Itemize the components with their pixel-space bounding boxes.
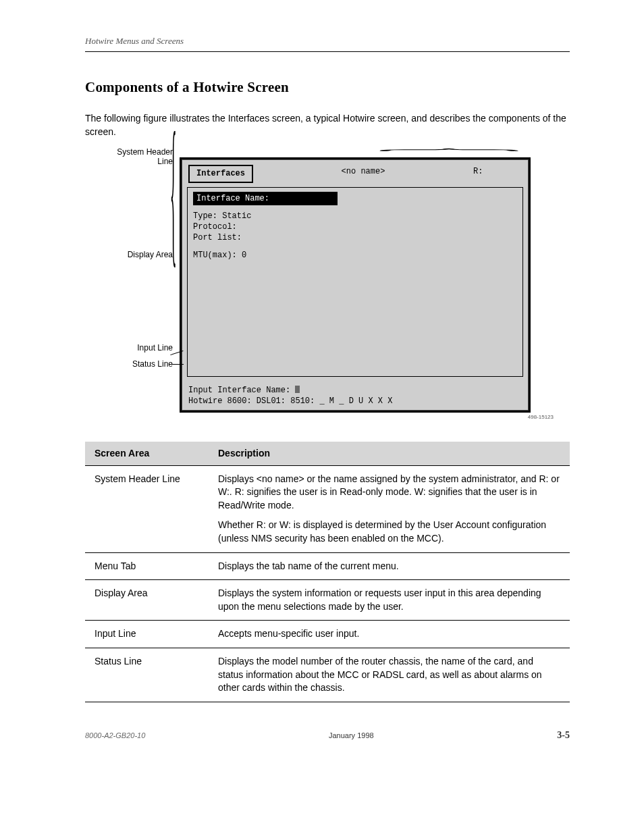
col-screen-area: Screen Area	[85, 442, 209, 465]
table-row: Display AreaDisplays the system informat…	[85, 580, 570, 621]
brace-icon: ⏞	[0, 153, 644, 156]
cell-desc: Displays <no name> or the name assigned …	[209, 465, 570, 552]
brace-icon: {	[170, 107, 177, 273]
callout-display-area: Display Area	[108, 251, 173, 260]
mtu-line: MTU(max): 0	[193, 250, 517, 261]
cell-desc: Displays the tab name of the current men…	[209, 552, 570, 580]
desc-paragraph: Whether R: or W: is displayed is determi…	[218, 519, 560, 545]
desc-paragraph: Displays the tab name of the current men…	[218, 560, 560, 573]
cell-key: Display Area	[85, 580, 209, 621]
cell-key: Status Line	[85, 648, 209, 702]
portlist-line: Port list:	[193, 232, 517, 243]
interface-name-field: Interface Name:	[193, 192, 338, 205]
status-line: Hotwire 8600: DSL01: 8510: _ M _ D U X X…	[188, 396, 522, 407]
terminal-window: Interfaces <no name> R: Interface Name: …	[180, 157, 531, 413]
terminal-mode: R:	[473, 163, 522, 177]
figure-asset-id: 498-15123	[180, 414, 554, 421]
leader-line	[170, 364, 184, 365]
cell-key: System Header Line	[85, 465, 209, 552]
table-row: System Header LineDisplays <no name> or …	[85, 465, 570, 552]
col-description: Description	[209, 442, 570, 465]
screen-areas-table: Screen Area Description System Header Li…	[85, 442, 570, 702]
terminal-header: Interfaces <no name> R:	[182, 159, 529, 184]
page-number: 3-5	[557, 729, 570, 742]
cell-desc: Accepts menu-specific user input.	[209, 621, 570, 648]
desc-paragraph: Accepts menu-specific user input.	[218, 627, 560, 641]
page-rule	[85, 51, 570, 52]
table-row: Input LineAccepts menu-specific user inp…	[85, 621, 570, 648]
desc-paragraph: Displays <no name> or the name assigned …	[218, 473, 560, 513]
terminal-title: <no name>	[253, 163, 473, 177]
callout-status-line: Status Line	[108, 360, 173, 369]
cell-desc: Displays the model number of the router …	[209, 648, 570, 702]
table-row: Status LineDisplays the model number of …	[85, 648, 570, 702]
cell-key: Menu Tab	[85, 552, 209, 580]
lead-paragraph: The following figure illustrates the Int…	[85, 111, 570, 139]
callout-system-header: System Header Line	[108, 148, 173, 167]
input-line: Input Interface Name:	[188, 385, 522, 396]
terminal-figure: ⏞ System Header Line Display Area Input …	[180, 157, 558, 421]
type-line: Type: Static	[193, 211, 517, 221]
page-footer: 8000-A2-GB20-10 January 1998 3-5	[85, 729, 570, 742]
cell-key: Input Line	[85, 621, 209, 648]
cell-desc: Displays the system information or reque…	[209, 580, 570, 621]
protocol-line: Protocol:	[193, 221, 517, 232]
running-head: Hotwire Menus and Screens	[85, 35, 570, 47]
terminal-footer: Input Interface Name: Hotwire 8600: DSL0…	[182, 382, 529, 411]
terminal-kv: Type: Static Protocol: Port list:	[193, 211, 517, 244]
desc-paragraph: Displays the system information or reque…	[218, 587, 560, 613]
table-row: Menu TabDisplays the tab name of the cur…	[85, 552, 570, 580]
callout-input-line: Input Line	[108, 344, 173, 353]
cursor-icon	[295, 386, 300, 393]
menu-tab: Interfaces	[188, 165, 253, 182]
section-heading: Components of a Hotwire Screen	[85, 78, 570, 97]
doc-date: January 1998	[329, 731, 374, 741]
terminal-body: Interface Name: Type: Static Protocol: P…	[187, 187, 523, 377]
desc-paragraph: Displays the model number of the router …	[218, 655, 560, 695]
doc-id: 8000-A2-GB20-10	[85, 731, 145, 741]
